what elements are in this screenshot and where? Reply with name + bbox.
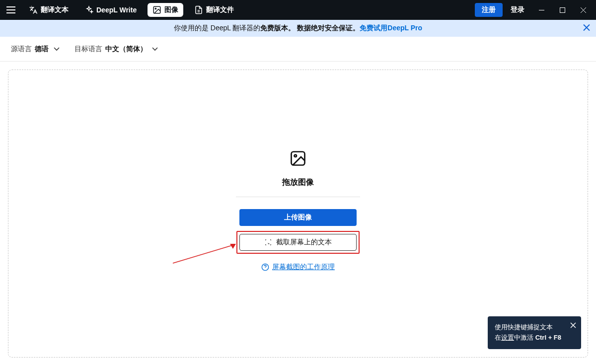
banner-text: 你使用的是 DeepL 翻译器的免费版本。 数据绝对安全保证。: [174, 24, 360, 33]
menu-button[interactable]: [4, 3, 18, 17]
tab-translate-file[interactable]: 翻译文件: [189, 3, 239, 17]
target-language-selector[interactable]: 目标语言 中文（简体）: [74, 45, 158, 54]
capture-icon: [264, 238, 272, 246]
login-button[interactable]: 登录: [506, 3, 529, 17]
dropzone-title: 拖放图像: [282, 177, 314, 188]
source-label: 源语言: [11, 45, 32, 54]
tab-deepl-write[interactable]: DeepL Write: [79, 3, 142, 17]
capture-screen-text-button[interactable]: 截取屏幕上的文本: [239, 234, 357, 251]
svg-rect-2: [560, 7, 565, 12]
minimize-icon: [539, 7, 544, 13]
tab-image[interactable]: 图像: [148, 3, 183, 17]
toast-close[interactable]: [570, 321, 576, 332]
target-label: 目标语言: [74, 45, 102, 54]
toast-line2: 在设置中激活 Ctrl + F8: [495, 333, 561, 343]
close-icon: [581, 7, 586, 13]
image-icon: [289, 149, 307, 167]
file-icon: [194, 5, 203, 14]
banner-link[interactable]: 免费试用DeepL Pro: [360, 24, 422, 33]
capture-button-highlight: 截取屏幕上的文本: [236, 231, 360, 254]
source-language-selector[interactable]: 源语言 德语: [11, 45, 60, 54]
dropzone-image-icon: [289, 149, 307, 169]
svg-point-4: [295, 155, 297, 157]
divider: [236, 197, 360, 197]
toast-shortcut: Ctrl + F8: [535, 334, 561, 341]
svg-point-1: [155, 8, 156, 9]
tab-translate-text[interactable]: 翻译文本: [24, 3, 74, 17]
tab-label: 翻译文本: [41, 5, 69, 14]
promo-banner: 你使用的是 DeepL 翻译器的免费版本。 数据绝对安全保证。 免费试用Deep…: [0, 20, 596, 37]
chevron-down-icon: [152, 47, 158, 51]
titlebar-left: 翻译文本 DeepL Write 图像 翻译文件: [4, 3, 239, 17]
register-button[interactable]: 注册: [475, 3, 503, 17]
window-minimize[interactable]: [532, 2, 550, 17]
source-value: 德语: [35, 45, 49, 54]
help-link[interactable]: 屏幕截图的工作原理: [261, 263, 335, 272]
shortcut-toast: 使用快捷键捕捉文本 在设置中激活 Ctrl + F8: [488, 316, 581, 349]
tab-label: DeepL Write: [96, 6, 137, 14]
chevron-down-icon: [54, 47, 60, 51]
target-value: 中文（简体）: [105, 45, 147, 54]
language-bar: 源语言 德语 目标语言 中文（简体）: [0, 37, 596, 62]
write-icon: [84, 5, 93, 14]
help-link-label: 屏幕截图的工作原理: [272, 263, 335, 272]
close-icon: [583, 24, 590, 31]
tab-label: 图像: [164, 5, 178, 14]
image-dropzone[interactable]: 拖放图像 上传图像 截取屏幕上的文本 屏幕截图的工作原理: [8, 70, 588, 358]
capture-label: 截取屏幕上的文本: [276, 238, 332, 247]
titlebar: 翻译文本 DeepL Write 图像 翻译文件 注册 登录: [0, 0, 596, 20]
upload-image-button[interactable]: 上传图像: [239, 209, 357, 226]
help-icon: [261, 263, 269, 271]
close-icon: [570, 322, 576, 328]
hamburger-icon: [6, 6, 15, 13]
titlebar-right: 注册 登录: [475, 2, 592, 17]
image-icon: [152, 5, 161, 14]
toast-settings-link[interactable]: 设置: [501, 334, 514, 341]
window-close[interactable]: [574, 2, 592, 17]
banner-close[interactable]: [583, 24, 590, 33]
tab-label: 翻译文件: [206, 5, 234, 14]
window-maximize[interactable]: [553, 2, 571, 17]
maximize-icon: [560, 7, 565, 13]
translate-icon: [29, 5, 38, 14]
toast-line1: 使用快捷键捕捉文本: [495, 322, 561, 333]
